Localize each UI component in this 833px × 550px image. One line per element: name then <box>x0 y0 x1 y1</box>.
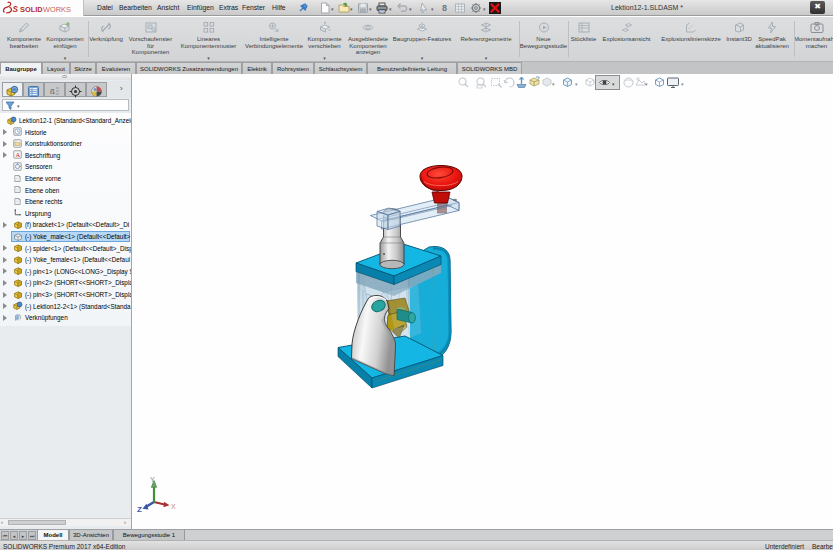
svg-text:WORKS: WORKS <box>43 5 71 14</box>
svg-text:Z: Z <box>137 505 142 514</box>
svg-text:S: S <box>13 5 19 14</box>
svg-text:A: A <box>15 151 20 158</box>
svg-text:ß: ß <box>50 87 55 96</box>
svg-text:Y: Y <box>150 476 155 483</box>
svg-text:X: X <box>171 503 176 510</box>
svg-text:SOLID: SOLID <box>20 5 43 14</box>
